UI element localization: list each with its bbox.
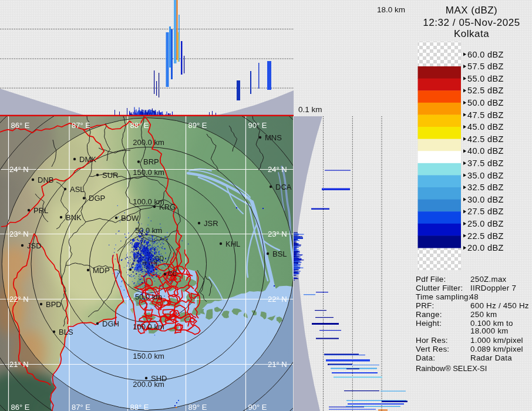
- svg-text:18.0 km: 18.0 km: [377, 5, 405, 14]
- svg-text:DGP: DGP: [89, 194, 105, 203]
- svg-text:DGH: DGH: [102, 319, 119, 328]
- svg-text:BPD: BPD: [46, 300, 62, 309]
- svg-text:20.0 dBZ: 20.0 dBZ: [467, 243, 504, 252]
- svg-text:23° N: 23° N: [268, 230, 287, 238]
- svg-text:87° E: 87° E: [72, 121, 90, 130]
- svg-text:50.0 dBZ: 50.0 dBZ: [467, 98, 504, 107]
- svg-text:18.000 km: 18.000 km: [470, 326, 509, 335]
- svg-text:45.0 dBZ: 45.0 dBZ: [467, 122, 504, 132]
- svg-text:250Z.max: 250Z.max: [470, 275, 507, 284]
- svg-text:IIRDoppler 7: IIRDoppler 7: [470, 284, 516, 292]
- svg-text:21° N: 21° N: [9, 360, 29, 369]
- svg-text:MNS: MNS: [265, 133, 282, 142]
- svg-text:BDW: BDW: [121, 214, 139, 223]
- svg-text:40.0 dBZ: 40.0 dBZ: [467, 146, 504, 156]
- svg-text:86° E: 86° E: [11, 121, 30, 130]
- svg-text:KHL: KHL: [225, 240, 240, 248]
- svg-text:86° E: 86° E: [11, 403, 30, 411]
- svg-text:BLS: BLS: [59, 328, 73, 336]
- svg-text:SHD: SHD: [151, 374, 167, 383]
- svg-text:52.5 dBZ: 52.5 dBZ: [467, 86, 504, 95]
- svg-text:50.0 km: 50.0 km: [135, 292, 162, 301]
- svg-text:BRP: BRP: [143, 157, 159, 166]
- svg-text:150.0 km: 150.0 km: [133, 168, 164, 177]
- svg-text:Time sampling:: Time sampling:: [416, 292, 471, 301]
- svg-text:87° E: 87° E: [72, 403, 90, 411]
- svg-text:90° E: 90° E: [248, 121, 267, 130]
- svg-text:42.5 dBZ: 42.5 dBZ: [467, 134, 504, 144]
- svg-text:Vert Res:: Vert Res:: [416, 345, 449, 353]
- svg-text:100.0 km: 100.0 km: [133, 322, 164, 331]
- svg-text:88° E: 88° E: [130, 403, 149, 411]
- svg-text:22.5 dBZ: 22.5 dBZ: [467, 231, 504, 241]
- svg-text:12:32 / 05-Nov-2025: 12:32 / 05-Nov-2025: [423, 17, 520, 28]
- svg-text:Range:: Range:: [416, 310, 442, 319]
- svg-text:BSL: BSL: [272, 250, 287, 258]
- svg-text:SUR: SUR: [102, 171, 118, 180]
- svg-text:25.0 dBZ: 25.0 dBZ: [467, 219, 504, 228]
- svg-text:89° E: 89° E: [188, 121, 207, 130]
- svg-text:Hor Res:: Hor Res:: [416, 336, 448, 345]
- svg-text:Rainbow® SELEX-SI: Rainbow® SELEX-SI: [416, 364, 487, 373]
- svg-text:Data:: Data:: [416, 353, 435, 362]
- svg-text:23° N: 23° N: [9, 230, 29, 238]
- svg-text:0.1 km: 0.1 km: [298, 105, 322, 114]
- svg-text:32.5 dBZ: 32.5 dBZ: [467, 183, 504, 192]
- svg-text:200.0 km: 200.0 km: [133, 138, 164, 147]
- svg-text:27.5 dBZ: 27.5 dBZ: [467, 207, 504, 216]
- svg-text:DMK: DMK: [79, 155, 96, 164]
- svg-text:PRF:: PRF:: [416, 301, 435, 310]
- svg-text:CC: CC: [168, 270, 177, 277]
- svg-text:BNK: BNK: [66, 213, 82, 222]
- svg-text:600 Hz / 450 Hz: 600 Hz / 450 Hz: [470, 301, 529, 310]
- svg-text:47.5 dBZ: 47.5 dBZ: [467, 110, 504, 120]
- svg-text:22° N: 22° N: [268, 295, 287, 304]
- svg-text:55.0 dBZ: 55.0 dBZ: [467, 74, 504, 83]
- svg-text:ASL: ASL: [70, 185, 85, 194]
- svg-text:PRL: PRL: [33, 206, 48, 215]
- svg-text:DCA: DCA: [275, 183, 292, 191]
- svg-text:1.000 km/pixel: 1.000 km/pixel: [470, 336, 523, 345]
- svg-text:60.0 dBZ: 60.0 dBZ: [467, 50, 504, 59]
- svg-text:48: 48: [470, 292, 479, 301]
- svg-text:90° E: 90° E: [248, 403, 267, 411]
- svg-text:JSD: JSD: [27, 241, 42, 250]
- svg-text:37.5 dBZ: 37.5 dBZ: [467, 159, 504, 168]
- svg-text:22° N: 22° N: [9, 295, 29, 304]
- svg-text:MDP: MDP: [93, 266, 110, 275]
- svg-text:KRG: KRG: [159, 203, 176, 211]
- svg-text:89° E: 89° E: [188, 403, 207, 411]
- svg-text:250 km: 250 km: [470, 310, 497, 319]
- svg-text:57.5 dBZ: 57.5 dBZ: [467, 62, 504, 71]
- svg-text:0.089 km/pixel: 0.089 km/pixel: [470, 345, 523, 353]
- svg-text:88° E: 88° E: [130, 121, 149, 130]
- svg-text:30.0 dBZ: 30.0 dBZ: [467, 195, 504, 204]
- svg-text:DNB: DNB: [38, 176, 53, 184]
- svg-text:JSR: JSR: [204, 219, 218, 228]
- svg-text:Height:: Height:: [416, 319, 442, 328]
- svg-text:21° N: 21° N: [268, 360, 287, 369]
- svg-text:Radar Data: Radar Data: [470, 353, 512, 362]
- svg-text:24° N: 24° N: [9, 165, 29, 174]
- svg-text:Kolkata: Kolkata: [454, 28, 489, 39]
- svg-text:35.0 dBZ: 35.0 dBZ: [467, 171, 504, 180]
- svg-text:Clutter Filter:: Clutter Filter:: [416, 284, 463, 292]
- svg-text:MAX (dBZ): MAX (dBZ): [446, 5, 498, 16]
- svg-text:Pdf File:: Pdf File:: [416, 275, 446, 284]
- svg-text:150.0 km: 150.0 km: [133, 352, 164, 361]
- svg-text:24° N: 24° N: [268, 165, 287, 174]
